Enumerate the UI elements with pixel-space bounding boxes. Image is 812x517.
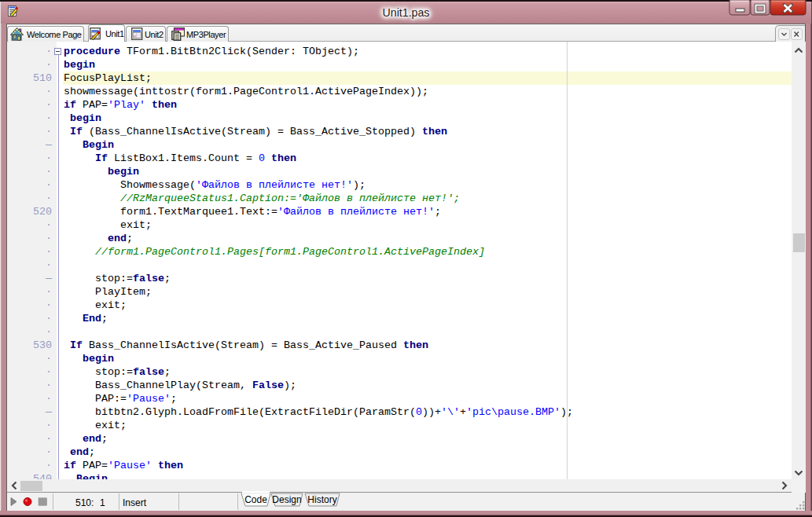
svg-text:Design: Design — [272, 494, 301, 505]
svg-text:Code: Code — [244, 494, 267, 505]
svg-text:History: History — [307, 494, 336, 505]
